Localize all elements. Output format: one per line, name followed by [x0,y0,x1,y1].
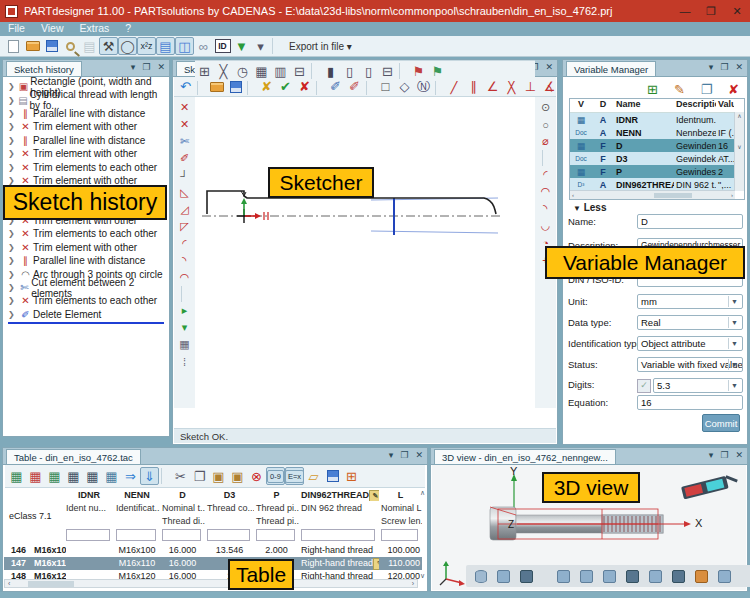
pane-close-icon[interactable]: ✕ [735,450,743,460]
name-field[interactable]: D [637,214,743,229]
sketch-canvas[interactable] [195,97,535,408]
expand-chevron-icon[interactable]: ❯ [8,136,18,145]
dropdown-arrow-icon[interactable]: ▼ [728,317,740,328]
menu-view[interactable]: View [41,22,64,36]
goto-column-icon[interactable]: ⇒ [121,467,140,485]
point-icon[interactable]: ▸ [175,302,194,319]
delete-variable-icon[interactable]: ✘ [724,80,743,98]
export-in-file-button[interactable]: Export in file ▾ [282,39,359,54]
cut-icon[interactable]: ✄ [175,133,194,150]
grid-3d-icon[interactable] [623,567,642,585]
flag-green-icon[interactable]: ⚑ [428,62,447,80]
filter-input-din962thread[interactable] [301,529,375,541]
equation-field[interactable]: 16 [637,395,743,410]
fillet-2-icon[interactable]: ◝ [175,252,194,269]
arc-3-icon[interactable]: ◝ [536,200,555,217]
dropdown-arrow-icon[interactable]: ▼ [728,296,740,307]
variable-row-p[interactable]: ▦FPGewindes...2 [570,165,744,178]
corner-icon[interactable]: ┘ [175,167,194,184]
status-field[interactable]: Variable with fixed values▼ [637,357,743,372]
view-cylinder-icon[interactable] [471,567,490,585]
filter-input-nenn[interactable] [116,529,156,541]
arc-4-icon[interactable]: ◡ [536,217,555,234]
pane-menu-icon[interactable]: ▾ [131,62,136,72]
flag-red-icon[interactable]: ⚑ [409,62,428,80]
chamfer-1-icon[interactable]: ◺ [175,184,194,201]
identification-type-field[interactable]: Object attribute▼ [637,336,743,351]
zoom-3d-icon[interactable] [554,567,573,585]
edit-variable-icon[interactable]: ✎ [670,80,689,98]
table-hscrollbar[interactable]: ‹› [4,579,418,588]
pane-close-icon[interactable]: ✕ [735,62,743,72]
view-cube-shaded-icon[interactable] [517,567,536,585]
history-item-cyl-thread[interactable]: ❯▤Cylindrical thread with length by fo..… [4,93,168,106]
column-header-l[interactable]: L [379,489,422,501]
variable-manager-toggle-icon[interactable]: x²z [137,37,156,55]
expand-chevron-icon[interactable]: ❯ [8,176,18,185]
sketcher-mode-icon[interactable]: ⚒ [99,37,118,55]
scroll-thumb[interactable] [28,581,74,587]
equation-format-icon[interactable]: E=x [285,467,304,485]
circle-icon[interactable]: ○ [536,116,555,133]
pane-maximize-icon[interactable]: ❐ [720,450,728,460]
close-button[interactable]: ✕ [724,5,750,18]
table-scroll-up-icon[interactable]: ∧ [420,489,425,497]
trim-2-icon[interactable]: ✕ [175,116,194,133]
table-row-up-icon[interactable]: ▦ [64,467,83,485]
angle-tool-icon[interactable]: ∡ [540,78,559,96]
expand-chevron-icon[interactable]: ❯ [8,270,18,279]
pane-maximize-icon[interactable]: ❐ [142,62,150,72]
variable-grid-vscrollbar[interactable]: ∧∨ [734,112,744,191]
save-table-icon[interactable] [323,467,342,485]
history-item-trim[interactable]: ❯✕Trim element with other [4,147,168,160]
unit-field[interactable]: mm▼ [637,294,743,309]
filter-input-idnr[interactable] [66,529,110,541]
shade-sphere-icon[interactable] [646,567,665,585]
tangent-circle-icon[interactable]: ⌀ [536,133,555,150]
column-header-d[interactable]: D [592,99,614,112]
column-header-p[interactable]: P [254,489,299,501]
table-row-down-icon[interactable]: ▦ [83,467,102,485]
column-header-value[interactable]: Value [716,99,734,112]
marker-icon[interactable]: ▾ [175,319,194,336]
tab-table[interactable]: Table - din_en_iso_4762.tac [6,449,141,464]
table-add-row-icon[interactable]: ▦ [7,467,26,485]
texture-icon[interactable] [692,567,711,585]
pane-maximize-icon[interactable]: ❐ [720,62,728,72]
scroll-left-icon[interactable]: ‹ [8,580,10,587]
table-row-m16x100[interactable]: 146M16x100M16x10016.00013.5462.000Right-… [4,544,422,557]
history-item-trim[interactable]: ❯✕Trim element with other [4,120,168,133]
printer-icon[interactable]: ⊟ [378,62,397,80]
scroll-right-icon[interactable]: › [731,192,733,198]
cut-icon[interactable]: ✂ [171,467,190,485]
fit-view-icon[interactable]: ⊟ [290,62,309,80]
digits-field[interactable]: 5.3▼ [653,378,743,393]
import-table-icon[interactable]: ▱ [304,467,323,485]
column-header-v[interactable]: V [570,99,592,112]
history-item-parallel-line[interactable]: ❯∥Parallel line with distance [4,107,168,120]
chamfer-2-icon[interactable]: ◿ [175,201,194,218]
column-header-d[interactable]: D [160,489,205,501]
history-item-delete-element[interactable]: ❯✐Delete Element [4,308,168,321]
grid-view-icon[interactable]: ▦ [252,62,271,80]
paste-icon[interactable]: ▣ [209,467,228,485]
expand-chevron-icon[interactable]: ❯ [8,82,17,91]
variable-row-d3[interactable]: DocFD3Gewindek...AT... [570,152,744,165]
view3d-toggle-icon[interactable]: ◫ [175,37,194,55]
column-header-din962thread[interactable]: DIN962THREAD✎ [299,489,379,501]
new-document-icon[interactable] [4,37,23,55]
view-cube-icon[interactable] [494,567,513,585]
commit-button[interactable]: Commit [702,414,740,432]
table-delete-row-icon[interactable]: ▦ [26,467,45,485]
variable-row-idnr[interactable]: ▦AIDNRIdentnum... [570,113,744,126]
history-item-trim[interactable]: ❯✕Trim element with other [4,241,168,254]
expand-chevron-icon[interactable]: ❯ [8,109,18,118]
expand-chevron-icon[interactable]: ❯ [8,149,18,158]
expand-chevron-icon[interactable]: ❯ [8,122,18,131]
menu-file[interactable]: File [8,22,25,36]
expand-chevron-icon[interactable]: ❯ [8,243,18,252]
maximize-button[interactable]: ❐ [698,5,724,18]
grid-icon[interactable]: ▦ [175,336,194,353]
expand-chevron-icon[interactable]: ❯ [8,229,18,238]
zoom-window-icon[interactable]: ⊞ [195,62,214,80]
